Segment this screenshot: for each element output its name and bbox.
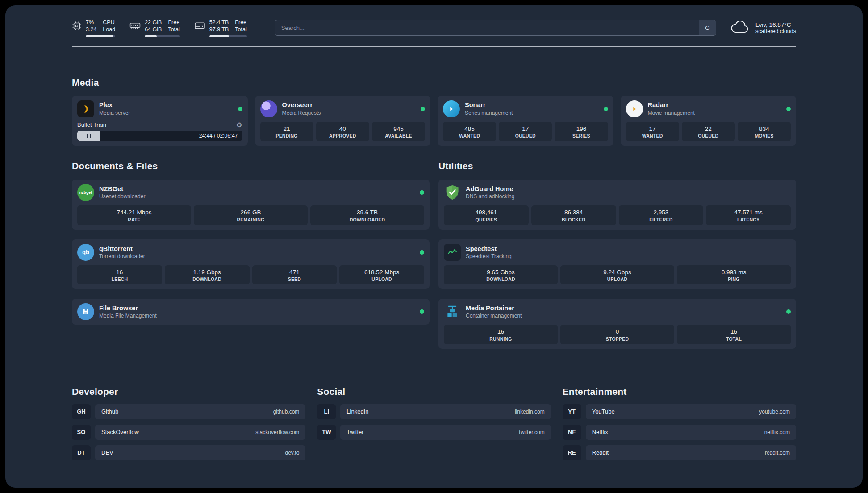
bookmark-name: LinkedIn [346,408,368,415]
service-name: Media Portainer [466,304,522,312]
disk-icon [194,21,205,32]
service-description: Media File Management [99,313,157,319]
service-description: Media server [99,110,130,117]
service-description: Speedtest Tracking [466,253,512,260]
service-description: Container management [466,313,522,319]
memory-free-label: Free [168,19,179,26]
bookmark-name: YouTube [592,408,615,415]
bookmark-domain: dev.to [285,450,300,456]
service-card-speedtest[interactable]: Speedtest Speedtest Tracking 9.65 Gbps D… [438,239,796,289]
search-input[interactable] [275,20,716,36]
bookmark-abbr: LI [317,404,336,419]
disk-free-label: Free [235,19,246,26]
bookmark-name: Netflix [592,429,608,435]
service-card-adguard[interactable]: AdGuard Home DNS and adblocking 498,461 … [438,180,796,230]
service-name: File Browser [99,304,157,312]
disk-free-value: 52.4 TB [209,19,229,26]
bookmark-stackoverflow[interactable]: SO StackOverflow stackoverflow.com [72,425,305,440]
playback-progress-bar[interactable]: 24:44 / 02:06:47 [77,131,242,141]
disk-total-label: Total [235,26,246,33]
service-card-plex[interactable]: Plex Media server Bullet Train ⚙ 24:44 /… [72,96,248,146]
stat-tile: 86,384 BLOCKED [531,205,616,225]
cloud-icon [730,20,750,36]
bookmark-github[interactable]: GH Github github.com [72,404,305,419]
service-name: Overseerr [282,101,321,109]
bookmark-abbr: SO [72,425,91,440]
service-card-filebrowser[interactable]: File Browser Media File Management [72,299,430,325]
stat-tile: 618.52 Mbps UPLOAD [339,265,424,285]
bookmark-twitter[interactable]: TW Twitter twitter.com [317,425,551,440]
cpu-load-label: Load [103,26,115,33]
top-divider [72,46,796,47]
bookmark-abbr: NF [563,425,581,440]
service-description: Movie management [648,110,695,117]
service-name: Plex [99,101,130,109]
bookmark-domain: github.com [273,409,300,415]
bookmark-netflix[interactable]: NF Netflix netflix.com [563,425,796,440]
bookmark-group-social: Social LI LinkedIn linkedin.com TW Twitt… [317,386,551,466]
cpu-usage-value: 7% [86,19,96,26]
gear-icon[interactable]: ⚙ [236,121,242,128]
memory-free-value: 22 GiB [145,19,162,26]
adguard-icon [444,184,461,201]
stat-tile: 47.571 ms LATENCY [706,205,791,225]
bookmark-abbr: TW [317,425,336,440]
stat-tile: 2,953 FILTERED [619,205,704,225]
status-dot-online [420,190,424,195]
service-name: Radarr [648,101,695,109]
cpu-progress-bar [86,35,115,37]
stat-tile: 16 LEECH [77,265,162,285]
service-description: DNS and adblocking [466,193,514,200]
stat-tile: 196 SERIES [555,122,608,142]
cpu-icon [72,21,82,33]
bookmark-linkedin[interactable]: LI LinkedIn linkedin.com [317,404,551,419]
section-title-utilities: Utilities [438,161,796,171]
bookmark-youtube[interactable]: YT YouTube youtube.com [563,404,796,419]
stat-tile: 40 APPROVED [316,122,369,142]
search-bar: G [275,20,716,36]
bookmark-domain: twitter.com [519,429,544,435]
section-documents: Documents & Files nzbget NZBGet Usenet d… [72,161,430,334]
bookmark-name: Twitter [346,429,363,435]
qbittorrent-icon: qb [77,244,94,261]
service-card-radarr[interactable]: Radarr Movie management 17 WANTED 22 QUE… [621,96,797,146]
section-title-social: Social [317,386,551,397]
service-card-nzbget[interactable]: nzbget NZBGet Usenet downloader 744.21 M… [72,180,430,230]
cpu-resource-widget: 7% 3.24 CPU Load [72,19,115,37]
bookmark-abbr: RE [563,445,581,460]
weather-condition: scattered clouds [755,28,796,34]
speedtest-icon [444,244,461,261]
stat-tile: 39.6 TB DOWNLOADED [310,205,424,225]
playback-time: 24:44 / 02:06:47 [199,133,242,139]
section-title-entertainment: Entertainment [563,386,796,397]
service-card-portainer[interactable]: Media Portainer Container management 16 … [438,299,796,349]
weather-location: Lviv, 16.87°C [755,21,796,28]
pause-button[interactable] [77,131,100,141]
service-description: Series management [465,110,513,117]
search-provider-button[interactable]: G [699,20,716,35]
status-dot-online [238,107,242,111]
service-card-sonarr[interactable]: Sonarr Series management 485 WANTED 17 Q… [438,96,613,146]
stat-tile: 471 SEED [252,265,337,285]
stat-tile: 498,461 QUERIES [444,205,529,225]
disk-resource-widget: 52.4 TB 97.9 TB Free Total [194,19,247,37]
memory-total-label: Total [168,26,179,33]
stat-tile: 22 QUEUED [682,122,735,142]
bookmark-dev[interactable]: DT DEV dev.to [72,445,305,460]
stat-tile: 21 PENDING [260,122,313,142]
service-card-overseerr[interactable]: Overseerr Media Requests 21 PENDING 40 A… [255,96,431,146]
service-name: Sonarr [465,101,513,109]
stat-tile: 9.24 Gbps UPLOAD [560,265,674,285]
memory-total-value: 64 GiB [145,26,162,33]
bookmark-reddit[interactable]: RE Reddit reddit.com [563,445,796,460]
bookmark-abbr: GH [72,404,91,419]
bookmark-name: Reddit [592,449,609,456]
service-description: Media Requests [282,110,321,117]
cpu-load-value: 3.24 [86,26,96,33]
service-card-qbittorrent[interactable]: qb qBittorrent Torrent downloader 16 LEE… [72,239,430,289]
status-dot-online [420,250,424,255]
disk-total-value: 97.9 TB [209,26,229,33]
bookmark-domain: linkedin.com [515,409,545,415]
service-name: Speedtest [466,245,512,253]
weather-widget: Lviv, 16.87°C scattered clouds [730,20,796,36]
